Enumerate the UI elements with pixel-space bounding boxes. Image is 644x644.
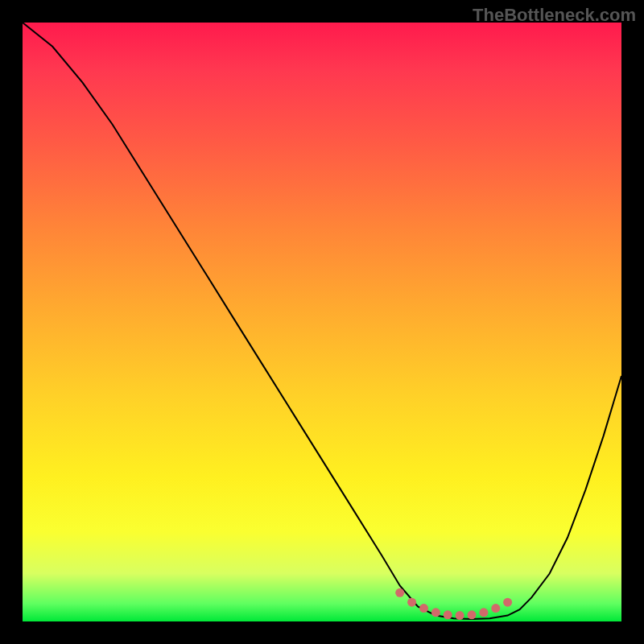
highlight-dot [491, 604, 500, 613]
highlight-dot [456, 611, 464, 620]
highlight-dot [503, 598, 512, 607]
highlight-dot [479, 608, 488, 617]
chart-container: TheBottleneck.com [0, 0, 644, 644]
plot-area [23, 23, 621, 621]
chart-svg [23, 23, 621, 621]
highlight-dot [444, 610, 452, 619]
curve-line [23, 23, 621, 619]
highlight-dot [407, 598, 416, 607]
highlight-dot [419, 604, 428, 613]
watermark-text: TheBottleneck.com [473, 5, 636, 26]
highlight-dot [395, 588, 404, 597]
highlight-dot [431, 608, 440, 617]
highlight-dot [468, 610, 477, 619]
highlight-dots-group [395, 588, 512, 620]
